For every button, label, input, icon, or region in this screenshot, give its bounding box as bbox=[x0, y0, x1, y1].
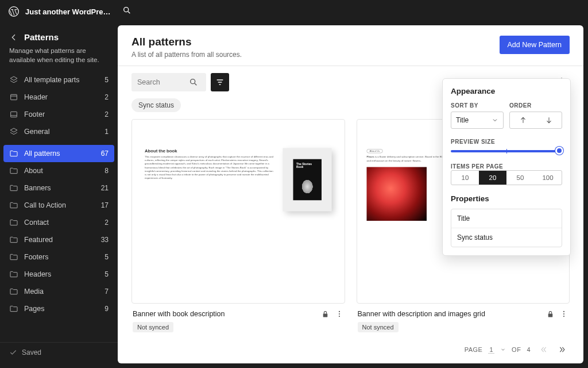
nav-count: 2 bbox=[105, 93, 109, 101]
nav-footers[interactable]: Footers 5 bbox=[3, 248, 114, 266]
folder-icon bbox=[9, 183, 18, 193]
pagination-next-button[interactable] bbox=[556, 343, 570, 356]
pagination-page-label: PAGE bbox=[465, 346, 483, 353]
back-icon[interactable] bbox=[9, 33, 18, 42]
nav-headers[interactable]: Headers 5 bbox=[3, 266, 114, 283]
arrow-up-icon bbox=[519, 116, 527, 124]
page-subtitle: A list of all patterns from all sources. bbox=[131, 51, 242, 59]
sync-status-chip[interactable]: Sync status bbox=[131, 98, 181, 112]
nav-all-template-parts[interactable]: All template parts 5 bbox=[3, 71, 114, 89]
nav-media[interactable]: Media 7 bbox=[3, 283, 114, 300]
folder-icon bbox=[9, 166, 18, 175]
property-title[interactable]: Title bbox=[451, 209, 562, 228]
lock-icon bbox=[321, 309, 330, 319]
preview-size-label: PREVIEW SIZE bbox=[451, 139, 495, 145]
preview-body: This exquisite compilation showcases a d… bbox=[145, 155, 273, 180]
chevron-down-icon bbox=[492, 117, 498, 124]
nav-label: Call to Action bbox=[24, 201, 66, 209]
folder-icon bbox=[9, 270, 18, 279]
order-asc-button[interactable] bbox=[510, 112, 536, 128]
folder-icon bbox=[9, 287, 18, 296]
nav-count: 67 bbox=[101, 150, 109, 158]
pagination-of-label: OF bbox=[512, 346, 521, 353]
site-name[interactable]: Just another WordPre… bbox=[25, 7, 111, 16]
nav-about[interactable]: About 8 bbox=[3, 162, 114, 179]
filter-button[interactable] bbox=[211, 73, 229, 91]
items-50[interactable]: 50 bbox=[506, 171, 534, 185]
sync-tag: Not synced bbox=[358, 322, 399, 332]
nav-count: 9 bbox=[105, 305, 109, 313]
preview-book-image: The Stories Book bbox=[283, 148, 332, 212]
nav-label: General bbox=[24, 128, 49, 136]
svg-point-14 bbox=[563, 313, 564, 315]
command-search-icon[interactable] bbox=[122, 6, 134, 17]
nav-header[interactable]: Header 2 bbox=[3, 89, 114, 106]
pagination-current[interactable]: 1 bbox=[488, 346, 494, 354]
items-10[interactable]: 10 bbox=[451, 171, 479, 185]
nav-label: About bbox=[24, 167, 43, 175]
check-icon bbox=[9, 348, 17, 356]
wordpress-logo-icon[interactable] bbox=[8, 6, 20, 17]
nav-label: Pages bbox=[24, 305, 44, 313]
nav-banners[interactable]: Banners 21 bbox=[3, 179, 114, 197]
appearance-heading: Appearance bbox=[451, 87, 562, 95]
svg-point-15 bbox=[563, 316, 564, 317]
saved-status: Saved bbox=[0, 342, 118, 362]
nav-count: 2 bbox=[105, 218, 109, 227]
nav-count: 7 bbox=[105, 288, 109, 296]
preview-book-title: The Stories Book bbox=[296, 162, 319, 168]
search-input[interactable] bbox=[137, 78, 189, 86]
nav-label: Footer bbox=[24, 110, 45, 118]
page-title: All patterns bbox=[131, 36, 242, 48]
add-new-pattern-button[interactable]: Add New Pattern bbox=[500, 36, 570, 54]
nav-label: Banners bbox=[24, 184, 51, 192]
sync-tag: Not synced bbox=[133, 322, 173, 332]
order-desc-button[interactable] bbox=[536, 112, 562, 128]
nav-call-to-action[interactable]: Call to Action 17 bbox=[3, 197, 114, 214]
preview-flower-image bbox=[366, 167, 427, 221]
preview-size-slider[interactable] bbox=[451, 150, 562, 152]
nav-count: 5 bbox=[105, 253, 109, 261]
slider-thumb[interactable] bbox=[555, 147, 563, 155]
pattern-title: Banner with description and images grid bbox=[358, 310, 541, 318]
nav-count: 2 bbox=[105, 110, 109, 118]
pagination-prev-button[interactable] bbox=[536, 343, 550, 356]
view-options-popover: Appearance SORT BY Title ORDER bbox=[442, 78, 571, 256]
pagination-total: 4 bbox=[527, 346, 531, 353]
nav-contact[interactable]: Contact 2 bbox=[3, 214, 114, 231]
nav-count: 5 bbox=[105, 270, 109, 278]
nav-label: Headers bbox=[24, 270, 51, 278]
sort-by-value: Title bbox=[456, 116, 469, 124]
folder-icon bbox=[9, 201, 18, 210]
property-sync-status[interactable]: Sync status bbox=[451, 228, 562, 247]
layers-icon bbox=[9, 75, 18, 85]
nav-label: Header bbox=[24, 93, 48, 101]
properties-heading: Properties bbox=[451, 194, 562, 203]
pattern-preview[interactable]: About the book This exquisite compilatio… bbox=[131, 119, 345, 304]
items-100[interactable]: 100 bbox=[534, 171, 562, 185]
more-actions-button[interactable] bbox=[559, 309, 568, 319]
order-label: ORDER bbox=[509, 102, 562, 109]
nav-label: Footers bbox=[24, 253, 48, 261]
svg-point-11 bbox=[338, 313, 339, 315]
folder-icon bbox=[9, 149, 18, 158]
svg-point-12 bbox=[338, 316, 339, 317]
nav-footer[interactable]: Footer 2 bbox=[3, 106, 114, 123]
items-per-page-label: ITEMS PER PAGE bbox=[451, 163, 503, 170]
nav-all-patterns[interactable]: All patterns 67 bbox=[3, 145, 114, 162]
pattern-title: Banner with book description bbox=[133, 310, 316, 318]
layout-icon bbox=[9, 93, 18, 102]
nav-pages[interactable]: Pages 9 bbox=[3, 300, 114, 317]
more-actions-button[interactable] bbox=[335, 309, 344, 319]
nav-label: All patterns bbox=[24, 150, 60, 158]
svg-point-1 bbox=[123, 7, 128, 12]
chevron-down-icon[interactable] bbox=[500, 347, 506, 352]
nav-featured[interactable]: Featured 33 bbox=[3, 231, 114, 248]
items-20[interactable]: 20 bbox=[479, 171, 506, 185]
nav-general[interactable]: General 1 bbox=[3, 123, 114, 140]
nav-count: 33 bbox=[101, 236, 109, 244]
search-input-wrapper[interactable] bbox=[131, 73, 206, 91]
sort-by-select[interactable]: Title bbox=[451, 112, 504, 129]
pattern-card[interactable]: About the book This exquisite compilatio… bbox=[131, 119, 345, 334]
svg-point-4 bbox=[191, 79, 195, 84]
